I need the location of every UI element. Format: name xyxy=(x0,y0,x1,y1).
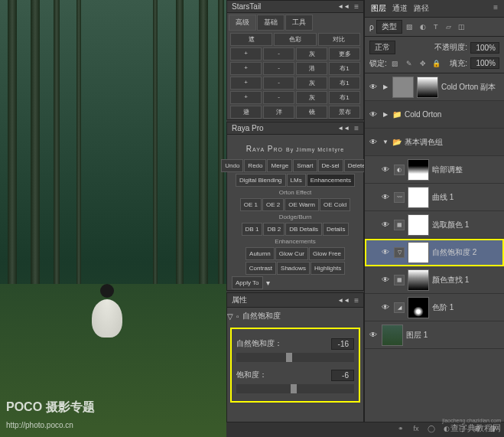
st-grid-btn[interactable]: 布1 xyxy=(329,62,360,75)
layer-group[interactable]: 👁 ▼ 📂 基本调色组 xyxy=(365,129,504,156)
st-grid-btn[interactable]: + xyxy=(230,91,262,104)
raya-tab-lms[interactable]: LMs xyxy=(287,174,306,187)
st-grid-btn[interactable]: 布1 xyxy=(329,77,360,90)
filter-type-select[interactable]: 类型 xyxy=(376,20,402,34)
blend-mode-select[interactable]: 正常 xyxy=(369,41,395,54)
panel-menu-icon[interactable]: ≡ xyxy=(354,296,359,305)
st-grid-btn[interactable]: 更多 xyxy=(329,47,360,60)
raya-tab-blend[interactable]: Digital Blending xyxy=(236,174,286,187)
opacity-input[interactable]: 100% xyxy=(470,42,499,54)
raya-highlights[interactable]: Highlights xyxy=(311,262,345,275)
raya-dbdetails[interactable]: DB Details xyxy=(285,223,322,236)
layer-item[interactable]: 👁 〰 曲线 1 xyxy=(365,184,504,211)
lock-transparency-icon[interactable]: ▨ xyxy=(390,58,401,69)
layer-group[interactable]: 👁 ▶ 📁 Cold Orton xyxy=(365,101,504,129)
mask-icon[interactable]: ◯ xyxy=(426,425,437,435)
starstail-tab-basic[interactable]: 基础 xyxy=(257,15,285,31)
layer-item[interactable]: 👁 ◢ 色阶 1 xyxy=(365,294,504,321)
raya-glowfree[interactable]: Glow Free xyxy=(309,247,345,260)
filter-smart-icon[interactable]: ◫ xyxy=(457,21,467,32)
visibility-icon[interactable]: 👁 xyxy=(368,138,379,146)
saturation-slider[interactable] xyxy=(236,384,354,393)
panel-menu-icon[interactable]: ≡ xyxy=(493,3,498,14)
saturation-value[interactable]: -6 xyxy=(331,370,354,381)
vibrance-value[interactable]: -16 xyxy=(331,338,354,350)
st-grid-btn[interactable]: + xyxy=(230,77,262,90)
visibility-icon[interactable]: 👁 xyxy=(368,83,379,91)
raya-db1[interactable]: DB 1 xyxy=(242,223,263,236)
panel-collapse-icon[interactable]: ◄◄ xyxy=(337,3,350,10)
visibility-icon[interactable]: 👁 xyxy=(380,248,391,256)
fill-input[interactable]: 100% xyxy=(470,57,499,69)
lock-all-icon[interactable]: 🔒 xyxy=(431,58,442,69)
st-grid-btn[interactable]: 灰 xyxy=(296,77,327,90)
visibility-icon[interactable]: 👁 xyxy=(380,220,391,229)
raya-oewarm[interactable]: OE Warm xyxy=(285,198,319,211)
visibility-icon[interactable]: 👁 xyxy=(368,331,379,339)
visibility-icon[interactable]: 👁 xyxy=(380,303,391,311)
st-grid-btn[interactable]: 灰 xyxy=(296,91,327,104)
collapse-icon[interactable]: ▼ xyxy=(382,139,389,145)
raya-applyto[interactable]: Apply To xyxy=(232,276,263,289)
filter-pixel-icon[interactable]: ▧ xyxy=(405,21,415,32)
link-icon[interactable]: ⚭ xyxy=(395,425,406,435)
st-btn-mask[interactable]: 遮 xyxy=(230,33,272,46)
st-grid-btn[interactable]: + xyxy=(230,62,262,75)
st-grid-btn[interactable]: - xyxy=(263,77,294,90)
st-grid-btn[interactable]: - xyxy=(263,47,294,60)
st-grid-btn[interactable]: 港 xyxy=(296,62,327,75)
raya-desel[interactable]: De-sel xyxy=(318,159,343,172)
vibrance-slider[interactable] xyxy=(236,353,354,362)
layer-item[interactable]: 👁 图层 1 xyxy=(365,321,504,349)
st-btn-color[interactable]: 色彩 xyxy=(274,33,316,46)
panel-menu-icon[interactable]: ≡ xyxy=(354,124,359,132)
raya-shadows[interactable]: Shadows xyxy=(277,262,310,275)
tab-channels[interactable]: 通道 xyxy=(392,3,408,14)
raya-autumn[interactable]: Autumn xyxy=(245,247,275,260)
lock-pixels-icon[interactable]: ✎ xyxy=(404,58,415,69)
st-grid-btn[interactable]: - xyxy=(263,62,294,75)
lock-position-icon[interactable]: ✥ xyxy=(418,58,428,69)
raya-oe2[interactable]: OE 2 xyxy=(262,198,284,211)
st-grid-btn[interactable]: 灰 xyxy=(296,47,327,60)
layer-item-selected[interactable]: 👁 ▽ 自然饱和度 2 xyxy=(365,239,504,266)
raya-glowcur[interactable]: Glow Cur xyxy=(275,247,308,260)
layer-item[interactable]: 👁 ◐ 暗部调整 xyxy=(365,156,504,184)
filter-text-icon[interactable]: T xyxy=(431,21,441,32)
layer-item[interactable]: 👁 ▶ Cold Orton 副本 xyxy=(365,73,504,101)
panel-collapse-icon[interactable]: ◄◄ xyxy=(337,297,350,304)
st-grid-btn[interactable]: + xyxy=(230,47,262,60)
raya-oecold[interactable]: OE Cold xyxy=(320,198,350,211)
starstail-tab-tools[interactable]: 工具 xyxy=(285,15,313,31)
raya-smart[interactable]: Smart xyxy=(293,159,317,172)
st-last-btn[interactable]: 景布 xyxy=(329,106,360,119)
tab-layers[interactable]: 图层 xyxy=(371,3,386,14)
raya-merge[interactable]: Merge xyxy=(267,159,292,172)
raya-details[interactable]: Details xyxy=(323,223,349,236)
raya-redo[interactable]: Redo xyxy=(244,159,266,172)
filter-adjust-icon[interactable]: ◐ xyxy=(418,21,428,32)
visibility-icon[interactable]: 👁 xyxy=(380,165,391,174)
raya-tab-enhance[interactable]: Enhancements xyxy=(307,174,355,187)
st-last-btn[interactable]: 洋 xyxy=(263,106,294,119)
st-last-btn[interactable]: 镜 xyxy=(296,106,327,119)
visibility-icon[interactable]: 👁 xyxy=(368,110,379,119)
st-grid-btn[interactable]: - xyxy=(263,91,294,104)
tab-paths[interactable]: 路径 xyxy=(414,3,429,14)
raya-db2[interactable]: DB 2 xyxy=(263,223,285,236)
raya-contrast[interactable]: Contrast xyxy=(245,262,276,275)
st-grid-btn[interactable]: 布1 xyxy=(329,91,360,104)
panel-menu-icon[interactable]: ≡ xyxy=(354,2,359,11)
layer-item[interactable]: 👁 ▦ 颜色查找 1 xyxy=(365,266,504,294)
layer-item[interactable]: 👁 ▦ 选取颜色 1 xyxy=(365,211,504,239)
expand-icon[interactable]: ▶ xyxy=(382,111,389,118)
panel-collapse-icon[interactable]: ◄◄ xyxy=(337,125,350,132)
st-last-btn[interactable]: 避 xyxy=(230,106,262,119)
expand-icon[interactable]: ▶ xyxy=(382,83,389,90)
raya-oe1[interactable]: OE 1 xyxy=(240,198,262,211)
visibility-icon[interactable]: 👁 xyxy=(380,193,391,201)
fx-icon[interactable]: fx xyxy=(411,425,421,435)
chevron-down-icon[interactable]: ▾ xyxy=(264,276,272,289)
st-btn-contrast[interactable]: 对比 xyxy=(318,33,360,46)
filter-shape-icon[interactable]: ▱ xyxy=(444,21,454,32)
